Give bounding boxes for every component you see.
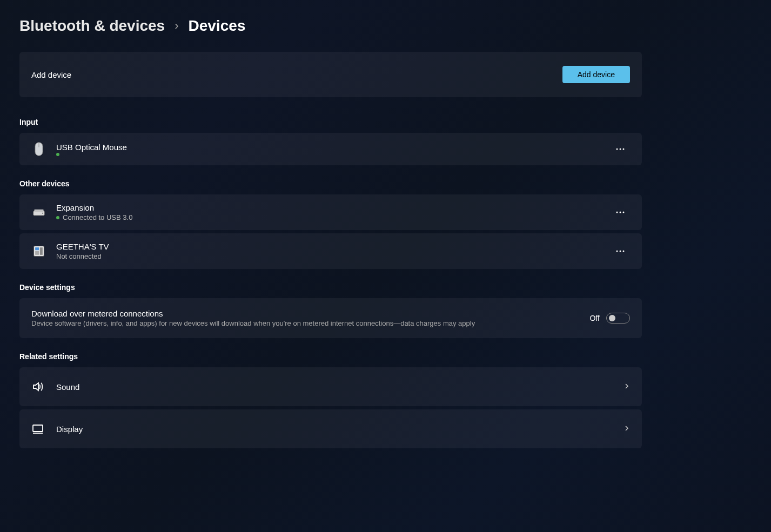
svg-point-10 — [623, 212, 625, 213]
device-name: GEETHA'S TV — [56, 242, 601, 251]
device-row-tv[interactable]: GEETHA'S TV Not connected — [19, 233, 642, 269]
tv-icon — [31, 244, 46, 259]
section-title-other: Other devices — [19, 179, 642, 188]
toggle-wrap: Off — [590, 313, 630, 324]
related-label: Display — [56, 425, 612, 434]
device-row-mouse[interactable]: USB Optical Mouse — [19, 133, 642, 165]
device-name: Expansion — [56, 203, 601, 212]
add-device-button[interactable]: Add device — [562, 66, 630, 83]
status-dot-icon — [56, 216, 59, 219]
more-options-button[interactable] — [611, 208, 630, 217]
more-options-button[interactable] — [611, 247, 630, 255]
breadcrumb-current: Devices — [189, 17, 246, 35]
toggle-knob — [609, 315, 615, 321]
svg-point-17 — [623, 251, 625, 252]
svg-point-2 — [616, 149, 618, 150]
device-info: GEETHA'S TV Not connected — [56, 242, 601, 260]
add-device-panel: Add device Add device — [19, 52, 642, 97]
chevron-right-icon — [623, 424, 630, 434]
setting-description: Device software (drivers, info, and apps… — [31, 319, 580, 327]
sound-icon — [31, 380, 44, 393]
metered-toggle[interactable] — [606, 313, 630, 324]
related-display[interactable]: Display — [19, 409, 642, 448]
setting-metered-connections: Download over metered connections Device… — [19, 298, 642, 338]
breadcrumb-parent[interactable]: Bluetooth & devices — [19, 17, 165, 35]
more-options-button[interactable] — [611, 145, 630, 153]
svg-rect-13 — [40, 247, 43, 255]
setting-title: Download over metered connections — [31, 309, 580, 318]
device-name: USB Optical Mouse — [56, 143, 601, 152]
device-info: Expansion Connected to USB 3.0 — [56, 203, 601, 221]
svg-rect-12 — [35, 247, 39, 250]
drive-icon — [31, 205, 46, 220]
svg-point-9 — [620, 212, 621, 213]
add-device-label: Add device — [31, 70, 71, 79]
related-sound[interactable]: Sound — [19, 367, 642, 406]
svg-point-3 — [620, 149, 621, 150]
device-status: Not connected — [56, 252, 102, 260]
svg-rect-14 — [35, 251, 39, 255]
section-title-related: Related settings — [19, 352, 642, 361]
device-status: Connected to USB 3.0 — [63, 213, 132, 221]
svg-point-4 — [623, 149, 625, 150]
svg-point-16 — [620, 251, 621, 252]
device-row-expansion[interactable]: Expansion Connected to USB 3.0 — [19, 194, 642, 230]
device-info: USB Optical Mouse — [56, 143, 601, 156]
mouse-icon — [31, 142, 46, 157]
svg-rect-6 — [34, 210, 43, 212]
toggle-state-label: Off — [590, 314, 600, 322]
chevron-right-icon: › — [175, 19, 178, 33]
display-icon — [31, 422, 44, 435]
status-dot-icon — [56, 153, 59, 156]
svg-rect-18 — [33, 425, 43, 432]
breadcrumb: Bluetooth & devices › Devices — [19, 17, 642, 35]
svg-point-7 — [42, 213, 43, 214]
related-label: Sound — [56, 382, 612, 392]
svg-point-8 — [616, 212, 618, 213]
section-title-input: Input — [19, 118, 642, 126]
chevron-right-icon — [623, 382, 630, 392]
setting-text: Download over metered connections Device… — [31, 309, 580, 327]
section-title-device-settings: Device settings — [19, 283, 642, 292]
svg-point-15 — [616, 251, 618, 252]
